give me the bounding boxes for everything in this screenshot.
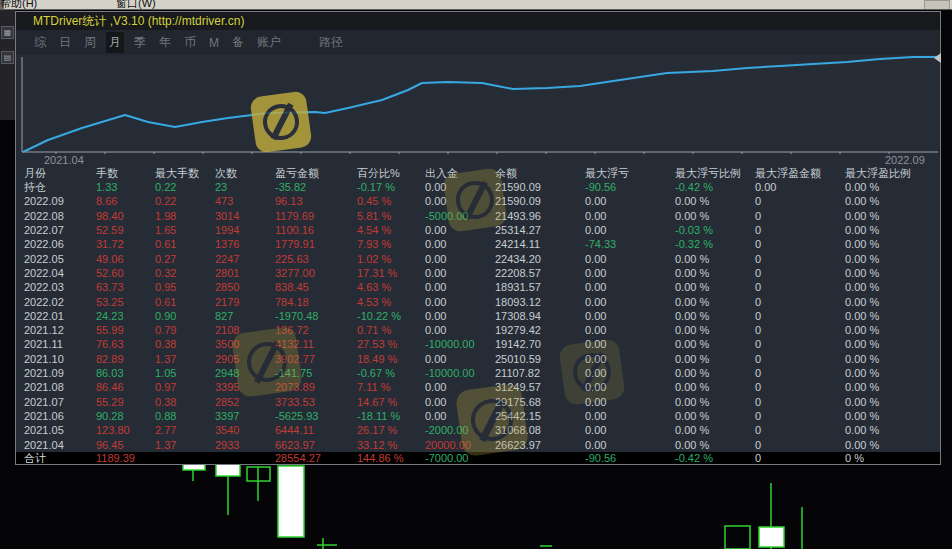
- value-cell: 0: [755, 194, 845, 208]
- table-row[interactable]: 2021.0886.460.9733952073.897.11 %0.00312…: [16, 380, 940, 394]
- value-cell: 3014: [215, 209, 275, 223]
- value-cell: 96.45: [96, 438, 155, 452]
- value-cell: 21493.96: [495, 209, 585, 223]
- splitter-handle-icon[interactable]: [934, 53, 941, 63]
- tab-日[interactable]: 日: [59, 34, 71, 51]
- value-cell: 4132.11: [275, 337, 357, 351]
- value-cell: 1.98: [155, 209, 215, 223]
- value-cell: 0: [755, 438, 845, 452]
- value-cell: 0.00: [425, 380, 495, 394]
- left-toolbar-button-2[interactable]: ▤: [1, 51, 14, 64]
- column-header: 余额: [495, 166, 585, 180]
- table-row[interactable]: 持仓1.330.2223-35.82-0.17 %0.0021590.09-90…: [16, 180, 940, 194]
- tab-账户[interactable]: 账户: [257, 34, 281, 51]
- value-cell: 4.63 %: [357, 280, 425, 294]
- value-cell: 3397: [215, 409, 275, 423]
- table-row[interactable]: 2022.0549.060.272247225.631.02 %0.002243…: [16, 252, 940, 266]
- value-cell: 1779.91: [275, 237, 357, 251]
- value-cell: [215, 452, 275, 464]
- table-row[interactable]: 2021.0755.290.3828523733.5314.67 %0.0029…: [16, 395, 940, 409]
- table-total-row[interactable]: 合计1189.3928554.27144.86 %-7000.00-90.56-…: [16, 452, 940, 464]
- table-row[interactable]: 2021.0690.280.883397-5625.93-18.11 %0.00…: [16, 409, 940, 423]
- value-cell: 0: [755, 280, 845, 294]
- table-row[interactable]: 2022.0253.250.612179784.184.53 %0.001809…: [16, 295, 940, 309]
- value-cell: 0.00: [425, 395, 495, 409]
- value-cell: 0.00: [755, 180, 845, 194]
- value-cell: 17.31 %: [357, 266, 425, 280]
- table-row[interactable]: 2022.0452.600.3228013277.0017.31 %0.0022…: [16, 266, 940, 280]
- column-header: 次数: [215, 166, 275, 180]
- value-cell: 0.00 %: [675, 309, 755, 323]
- tab-周[interactable]: 周: [84, 34, 96, 51]
- table-header-row: 月份手数最大手数次数盈亏金额百分比%出入金余额最大浮亏最大浮亏比例最大浮盈金额最…: [16, 166, 940, 180]
- value-cell: 0.00 %: [675, 194, 755, 208]
- value-cell: 0.00 %: [845, 395, 940, 409]
- value-cell: 827: [215, 309, 275, 323]
- path-button[interactable]: 路径: [319, 34, 343, 51]
- tab-M[interactable]: M: [209, 36, 219, 50]
- value-cell: 0: [755, 309, 845, 323]
- tab-综[interactable]: 综: [34, 34, 46, 51]
- value-cell: 25314.27: [495, 223, 585, 237]
- equity-chart-area: 2021.04 2022.09: [16, 55, 940, 166]
- value-cell: -10000.00: [425, 337, 495, 351]
- tab-季[interactable]: 季: [134, 34, 146, 51]
- value-cell: 8.66: [96, 194, 155, 208]
- value-cell: 1.05: [155, 366, 215, 380]
- value-cell: 5.81 %: [357, 209, 425, 223]
- value-cell: 14.67 %: [357, 395, 425, 409]
- value-cell: 86.03: [96, 366, 155, 380]
- table-row[interactable]: 2021.0496.451.3729336623.9733.12 %20000.…: [16, 438, 940, 452]
- tab-备[interactable]: 备: [232, 34, 244, 51]
- value-cell: 1.02 %: [357, 252, 425, 266]
- value-cell: 0.00 %: [845, 309, 940, 323]
- table-row[interactable]: 2022.0898.401.9830141179.695.81 %-5000.0…: [16, 209, 940, 223]
- value-cell: 0.00 %: [675, 366, 755, 380]
- table-row[interactable]: 2022.0752.591.6519941100.164.54 %0.00253…: [16, 223, 940, 237]
- table-row[interactable]: 2021.1082.891.3729053902.7718.49 %0.0025…: [16, 352, 940, 366]
- window-controls-area[interactable]: [924, 0, 950, 10]
- table-row[interactable]: 2021.1176.630.3835004132.1127.53 %-10000…: [16, 337, 940, 351]
- table-row[interactable]: 2022.0124.230.90827-1970.48-10.22 %0.001…: [16, 309, 940, 323]
- tab-年[interactable]: 年: [159, 34, 171, 51]
- menu-item-window[interactable]: 窗口(W): [116, 0, 156, 10]
- value-cell: 0.00: [585, 295, 675, 309]
- value-cell: 0.00: [425, 280, 495, 294]
- value-cell: 0.00: [425, 237, 495, 251]
- value-cell: 0.71 %: [357, 323, 425, 337]
- value-cell: 7.93 %: [357, 237, 425, 251]
- value-cell: 1189.39: [96, 452, 155, 464]
- value-cell: 0.00 %: [675, 295, 755, 309]
- tab-月[interactable]: 月: [106, 32, 124, 53]
- value-cell: 0.00: [585, 380, 675, 394]
- column-header: 盈亏金额: [275, 166, 357, 180]
- table-row[interactable]: 2021.1255.990.792108136.720.71 %0.001927…: [16, 323, 940, 337]
- table-row[interactable]: 2021.0986.031.052948-141.75-0.67 %-10000…: [16, 366, 940, 380]
- value-cell: -0.32 %: [675, 237, 755, 251]
- table-row[interactable]: 2022.0631.720.6113761779.917.93 %0.00242…: [16, 237, 940, 251]
- value-cell: 98.40: [96, 209, 155, 223]
- value-cell: 0: [755, 295, 845, 309]
- month-cell: 2022.08: [24, 209, 96, 223]
- value-cell: 0: [755, 323, 845, 337]
- candlestick: [278, 466, 304, 537]
- value-cell: [155, 452, 215, 464]
- table-row[interactable]: 2022.098.660.2247396.130.45 %0.0021590.0…: [16, 194, 940, 208]
- value-cell: -1970.48: [275, 309, 357, 323]
- value-cell: 21107.82: [495, 366, 585, 380]
- value-cell: 2801: [215, 266, 275, 280]
- value-cell: 25010.59: [495, 352, 585, 366]
- menu-item-help[interactable]: 帮助(H): [0, 0, 37, 10]
- value-cell: 0.00 %: [845, 423, 940, 437]
- tab-币[interactable]: 币: [184, 34, 196, 51]
- table-row[interactable]: 2021.05123.802.7735406444.1126.17 %-2000…: [16, 423, 940, 437]
- stats-window-titlebar[interactable]: MTDriver统计 ,V3.10 (http://mtdriver.cn): [16, 12, 940, 30]
- value-cell: 0.00: [585, 280, 675, 294]
- left-toolbar-button-1[interactable]: ▦: [1, 26, 14, 39]
- value-cell: 0.00: [425, 295, 495, 309]
- value-cell: 20000.00: [425, 438, 495, 452]
- value-cell: [495, 452, 585, 464]
- table-row[interactable]: 2022.0363.730.952850838.454.63 %0.001893…: [16, 280, 940, 294]
- left-tool-strip: ▦ ▤: [0, 10, 15, 120]
- value-cell: 0.00: [585, 438, 675, 452]
